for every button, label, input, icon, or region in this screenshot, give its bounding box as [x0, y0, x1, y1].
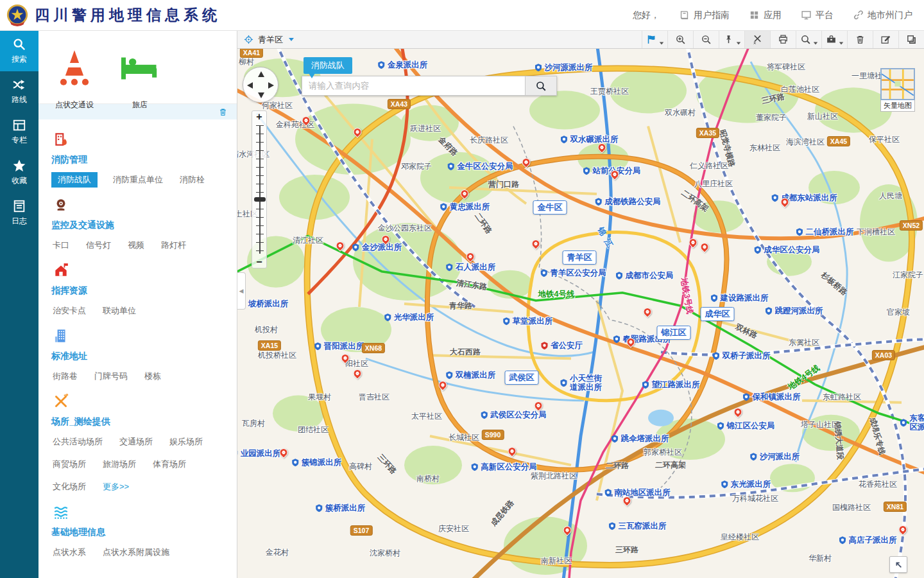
map-canvas[interactable]: 金泉派出所沙河源派出所双水碾派出所站前公安分局金牛区公安分局成都铁路公安局黄忠派… — [237, 49, 924, 578]
map-label-police[interactable]: 簇锦派出所 — [291, 457, 342, 468]
map-label-police[interactable]: 沙河派出所 — [749, 451, 800, 462]
layer-item[interactable]: 门牌号码 — [93, 369, 129, 384]
map-label-police[interactable]: 草堂派出所 — [502, 316, 553, 327]
layer-item[interactable]: 街路巷 — [51, 369, 79, 384]
pan-compass-control[interactable] — [243, 67, 278, 103]
pan-left-icon[interactable] — [247, 82, 253, 89]
zoom-slider[interactable]: + − — [252, 110, 267, 268]
layer-item[interactable]: 治安卡点 — [51, 303, 87, 319]
map-label-police[interactable]: 双楠派出所 — [445, 370, 496, 381]
district-badge[interactable]: 青羊区 — [563, 250, 597, 265]
map-label-police[interactable]: 金泉派出所 — [377, 60, 428, 71]
panel-collapse-tab[interactable]: ◀ — [237, 272, 246, 310]
layer-item[interactable]: 体育场所 — [151, 457, 187, 472]
sidebar-item-star[interactable]: 收藏 — [0, 152, 38, 193]
map-label-police[interactable]: 金牛区公安分局 — [447, 161, 513, 172]
header-menu-link[interactable]: 地市州门户 — [853, 10, 912, 21]
map-label-police[interactable]: 黄忠派出所 — [440, 202, 490, 213]
layer-item[interactable]: 点状水系 — [51, 545, 87, 560]
query-button[interactable] — [796, 31, 821, 48]
print-button[interactable] — [770, 31, 796, 48]
layer-item[interactable]: 联动单位 — [101, 303, 137, 319]
map-label-hq[interactable]: 省公安厅 — [540, 340, 583, 351]
more-link[interactable]: 更多>> — [101, 479, 130, 495]
map-label-police[interactable]: 锦江区公安局 — [717, 421, 775, 432]
zoom-out-button[interactable]: − — [256, 256, 262, 268]
pan-up-icon[interactable] — [258, 71, 264, 77]
layers-button[interactable] — [898, 31, 924, 48]
map-label-police[interactable]: 小天竺街道派出所 — [560, 374, 602, 392]
zoom-in-button[interactable]: + — [256, 111, 262, 123]
map-label-police[interactable]: 双桥子派出所 — [712, 351, 771, 362]
layer-item[interactable]: 文化场所 — [51, 479, 87, 495]
map-label-police[interactable]: 光华派出所 — [384, 312, 434, 323]
zoom-handle[interactable] — [254, 197, 266, 202]
map-label-police[interactable]: 保和镇派出所 — [742, 392, 801, 403]
map-label-police[interactable]: 沙河源派出所 — [535, 62, 593, 73]
draw-edit-button[interactable] — [873, 31, 898, 48]
map-label-police[interactable]: 高新区公安分局 — [470, 462, 537, 473]
layer-item[interactable]: 消防重点单位 — [112, 172, 164, 188]
map-label-police[interactable]: 成都市公安局 — [615, 270, 674, 281]
zoom-in-button[interactable] — [667, 31, 693, 48]
quick-layer-bed[interactable]: 旅店 — [118, 40, 162, 97]
district-badge[interactable]: 武侯区 — [505, 371, 539, 385]
pin-marker-button[interactable] — [719, 31, 744, 48]
layer-item[interactable]: 旅游场所 — [101, 457, 137, 472]
district-badge[interactable]: 金牛区 — [533, 200, 567, 215]
sidebar-item-column[interactable]: 专栏 — [0, 112, 38, 152]
map-label-police[interactable]: 望江路派出所 — [642, 380, 700, 390]
layer-item[interactable]: 商贸场所 — [51, 457, 87, 472]
map-label-police[interactable]: 金沙派出所 — [352, 242, 402, 253]
layer-item[interactable]: 楼栋 — [143, 369, 162, 384]
header-menu-monitor[interactable]: 平台 — [801, 10, 834, 21]
search-button[interactable] — [525, 76, 557, 96]
map-label-police[interactable]: 石人派出所 — [445, 262, 496, 273]
header-menu-book[interactable]: 用户指南 — [679, 10, 730, 21]
sidebar-item-log[interactable]: 日志 — [0, 193, 38, 233]
map-label-police[interactable]: 东光派出所 — [721, 479, 771, 490]
layer-item-selected[interactable]: 消防战队 — [51, 172, 98, 188]
reset-extent-button[interactable] — [889, 556, 907, 573]
map-label-police[interactable]: 簇桥派出所 — [315, 503, 366, 514]
clear-layers-trash-icon[interactable] — [218, 107, 228, 117]
delete-button[interactable] — [847, 31, 873, 48]
search-input[interactable] — [302, 76, 525, 96]
map-label-police[interactable]: 武侯区公安分局 — [480, 410, 547, 421]
clear-overlays-button[interactable] — [744, 31, 770, 48]
layer-item[interactable]: 公共活动场所 — [51, 434, 104, 450]
basemap-thumbnail[interactable] — [880, 68, 915, 100]
map-label-police[interactable]: 业园派出所 — [237, 448, 280, 459]
map-label-police[interactable]: 成都铁路公安局 — [594, 197, 661, 207]
layer-item[interactable]: 路灯杆 — [160, 238, 187, 253]
map-label-police[interactable]: 南站地区派出所 — [604, 487, 671, 498]
map-label-police[interactable]: 三瓦窑派出所 — [608, 521, 667, 532]
layer-item[interactable]: 信号灯 — [85, 238, 112, 253]
quick-layer-cone[interactable]: 点状交通设 — [53, 40, 96, 97]
sidebar-item-route[interactable]: 路线 — [0, 71, 38, 112]
map-label-police[interactable]: 建设路派出所 — [710, 293, 769, 304]
zoom-track[interactable] — [252, 123, 266, 256]
layer-item[interactable]: 娱乐场所 — [168, 434, 204, 450]
map-label-police[interactable]: 二仙桥派出所 — [796, 227, 854, 238]
map-label-police[interactable]: 晋阳派出所 — [314, 341, 364, 352]
map-label-police[interactable]: 跳蹬河派出所 — [765, 306, 823, 317]
flag-marker-button[interactable] — [642, 31, 667, 48]
map-label-police[interactable]: 东客区派 — [900, 414, 924, 432]
pan-down-icon[interactable] — [258, 92, 264, 98]
map-label-police[interactable]: 成华区公安分局 — [753, 245, 820, 256]
fire-brigade-tag[interactable]: 消防战队 — [304, 57, 352, 74]
toolbox-button[interactable] — [821, 31, 847, 48]
layer-item[interactable]: 卡口 — [51, 238, 71, 253]
map-label-police[interactable]: 双水碾派出所 — [560, 134, 619, 145]
layer-item[interactable]: 消防栓 — [178, 172, 206, 188]
layer-item[interactable]: 点状水系附属设施 — [101, 545, 171, 560]
map-label-police[interactable]: 跳伞塔派出所 — [611, 434, 669, 444]
district-badge[interactable]: 成华区 — [701, 307, 735, 321]
map-label-police[interactable]: 青羊区公安分局 — [540, 268, 606, 279]
pan-right-icon[interactable] — [268, 82, 274, 89]
zoom-out-button[interactable] — [693, 31, 719, 48]
district-badge[interactable]: 锦江区 — [657, 326, 691, 340]
layer-item[interactable]: 交通场所 — [118, 434, 154, 450]
basemap-switcher[interactable]: 矢量地图 — [880, 68, 915, 112]
